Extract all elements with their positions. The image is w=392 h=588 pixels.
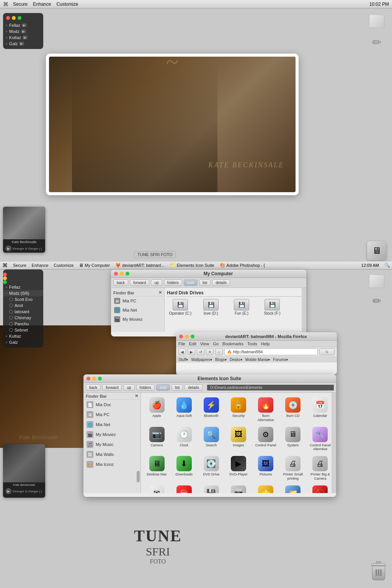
bm-wallpapers[interactable]: Wallpapers▾ (191, 358, 212, 362)
sidebar-my-moviez[interactable]: 🎬 My Moviez (111, 315, 164, 324)
icon-item-system[interactable]: 🖥 System (280, 425, 306, 453)
maximize-btn-left2[interactable] (3, 280, 7, 284)
icon-item-desktop-mac[interactable]: 🖥 Desktop Mac (144, 454, 170, 482)
play-button-bottom[interactable]: ▶ (5, 488, 11, 494)
sidebar-item-galz[interactable]: + Galz ▶ (3, 41, 43, 47)
el-btn-forward[interactable]: forward (102, 384, 122, 391)
sidebar2-galz[interactable]: + Galz (3, 339, 43, 345)
tb-elements[interactable]: 📁 Elements Icon Suite (170, 263, 214, 268)
icon-item-my-files[interactable]: 📁 My Files (280, 484, 306, 493)
icon-item-images[interactable]: 🖼 Images (225, 425, 251, 453)
maximize-button-top[interactable] (18, 16, 21, 20)
ff-menu-edit[interactable]: Edit (189, 341, 196, 346)
tb-enhance[interactable]: Enhance (32, 263, 48, 268)
btn-up[interactable]: up (151, 279, 162, 286)
apple-menu-icon[interactable]: ⌘ (3, 1, 8, 7)
el-btn-folders[interactable]: folders (136, 384, 155, 391)
drive-d[interactable]: 💾 love (D:) (198, 299, 224, 315)
icon-item-email[interactable]: ✉ eMail (144, 484, 170, 493)
sidebar-item-fellaz[interactable]: + Fellaz ▶ (3, 22, 43, 28)
el-sidebar-miaicons[interactable]: 🎨 Mia Iconz (83, 459, 140, 469)
el-btn-list[interactable]: list (172, 384, 183, 391)
icon-item-printer-big-&-camera[interactable]: 🖨 Printer Big & Camera (307, 454, 333, 482)
icon-item-control-panel[interactable]: ⚙ Control Panel (253, 425, 279, 453)
sidebar2-fellaz[interactable]: + Fellaz (3, 284, 43, 290)
sidebar2-panchu[interactable]: Panchu (3, 321, 43, 327)
sidebar2-sebnet[interactable]: Sebnet (3, 327, 43, 333)
btn-icon[interactable]: icon (184, 279, 198, 286)
drive-f[interactable]: 💾 Stock (F:) (259, 299, 286, 315)
el-sidebar-mianet[interactable]: 🌐 Mia Net (83, 420, 140, 430)
minimize-btn-elements[interactable] (92, 377, 96, 381)
ff-menu-tools[interactable]: Tools (247, 341, 257, 346)
play-button[interactable]: ▶ (5, 245, 11, 252)
sidebar2-latosant[interactable]: latosant (3, 309, 43, 315)
trash-can[interactable] (371, 561, 386, 580)
elements-scrollbar[interactable] (332, 393, 336, 493)
icon-item-camera[interactable]: 📷 Camera (144, 425, 170, 453)
close-btn-mycomputer[interactable] (114, 272, 118, 276)
close-sidebar-icon[interactable]: ✕ (158, 290, 162, 295)
bm-forums[interactable]: Forums▾ (273, 358, 288, 362)
maximize-btn-elements[interactable] (98, 377, 102, 381)
btn-stop-ff[interactable]: ✕ (206, 348, 214, 355)
maximize-btn-firefox[interactable] (191, 335, 194, 338)
ff-menu-help[interactable]: Help (261, 341, 270, 346)
icon-item-dvd-drive[interactable]: 💽 DVD Drive (198, 454, 224, 482)
enhance-menu[interactable]: Enhance (33, 2, 51, 7)
tb-secure[interactable]: Secure (13, 263, 26, 268)
icon-item-aqua-soft[interactable]: 💧 Aqua-Soft (171, 396, 197, 424)
ff-menu-go[interactable]: Go (213, 341, 219, 346)
btn-folders[interactable]: folders (164, 279, 182, 286)
ff-menu-bookmarks[interactable]: Bookmarks (222, 341, 243, 346)
icon-item-apple[interactable]: 🍎 Apple (144, 396, 170, 424)
icon-item-external-drive-i[interactable]: 💾 External Drive I (198, 484, 224, 493)
ff-menu-view[interactable]: View (200, 341, 209, 346)
icon-item-pictures[interactable]: 🖼 Pictures (253, 454, 279, 482)
btn-home-ff[interactable]: ⌂ (215, 348, 223, 355)
el-sidebar-scrollbar[interactable] (137, 471, 140, 482)
drive-e[interactable]: 💾 Fun (E:) (228, 299, 255, 315)
minimize-btn-firefox[interactable] (185, 335, 189, 338)
el-sidebar-mymovies[interactable]: 🎬 My Moviez (83, 430, 140, 439)
sidebar2-scott-evo[interactable]: Scott Evo (3, 296, 43, 302)
minimize-btn-mycomputer[interactable] (120, 272, 124, 276)
btn-forward[interactable]: forward (130, 279, 149, 286)
icon-item-clock[interactable]: 🕐 Clock (171, 425, 197, 453)
icon-item-bluetooth[interactable]: ⚡ Bluetooth (198, 396, 224, 424)
icon-item-error[interactable]: ⛔ Error (171, 484, 197, 493)
btn-list[interactable]: list (199, 279, 211, 286)
el-btn-details[interactable]: details (185, 384, 203, 391)
customize-menu[interactable]: Customize (56, 2, 78, 7)
btn-refresh-ff[interactable]: ↺ (197, 348, 204, 355)
icon-item-forbidden[interactable]: 🚫 Forbidden (307, 484, 333, 493)
icon-item-search[interactable]: 🔍 Search (198, 425, 224, 453)
icon-item-burn-alternative[interactable]: 🔥 Burn Alternative (253, 396, 279, 424)
el-btn-back[interactable]: back (86, 384, 101, 391)
bm-stuff[interactable]: Stuff▾ (178, 358, 188, 362)
el-btn-icon[interactable]: icon (156, 384, 170, 391)
bm-blogs[interactable]: Blogs▾ (215, 358, 227, 362)
sidebar-item-modz[interactable]: + Modz ▶ (3, 28, 43, 34)
secure-menu[interactable]: Secure (13, 2, 28, 7)
bm-desks[interactable]: Desks▾ (230, 358, 242, 362)
sidebar-mia-pc[interactable]: 🖥 Mia PC (111, 296, 164, 305)
search-box-ff[interactable]: G (319, 348, 335, 355)
tb-mycomputer[interactable]: 🖥 My Computer (79, 263, 110, 268)
search-icon-taskbar[interactable]: 🔍 (384, 263, 390, 268)
sidebar-mia-net[interactable]: 🌐 Mia Net (111, 305, 164, 315)
close-button-top[interactable] (6, 16, 10, 20)
btn-forward-ff[interactable]: ▶ (188, 348, 195, 355)
ff-menu-file[interactable]: File (178, 341, 185, 346)
el-sidebar-miadoc[interactable]: 📄 Mia Doc (83, 400, 140, 410)
el-sidebar-mymusic[interactable]: 🎵 My Music (83, 439, 140, 449)
sidebar-item-kuttaz[interactable]: + Kuttaz ▶ (3, 34, 43, 41)
icon-item-printer-small-printing[interactable]: 🖨 Printer Small printing (280, 454, 306, 482)
sidebar2-amit[interactable]: Amit (3, 302, 43, 309)
icon-item-control-panel-alterntive[interactable]: 🔧 Control Panel Alterntive (307, 425, 333, 453)
el-btn-up[interactable]: up (123, 384, 134, 391)
bm-mobilemania[interactable]: Mobile Mania▾ (245, 358, 270, 362)
btn-back[interactable]: back (113, 279, 128, 286)
close-btn-elements[interactable] (87, 377, 90, 381)
minimize-btn-left2[interactable] (3, 276, 7, 280)
